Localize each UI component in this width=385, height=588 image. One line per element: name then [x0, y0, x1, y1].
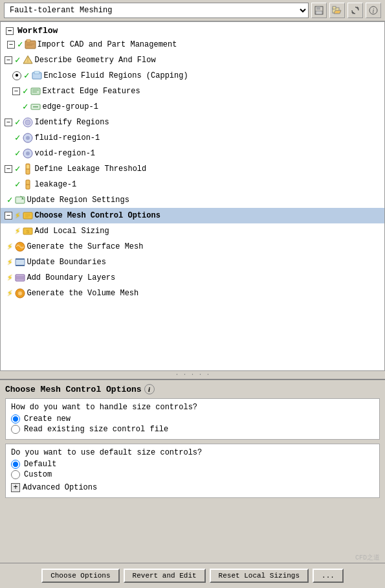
radio-default[interactable]: Default	[11, 460, 374, 469]
divider-dots: · · · · ·	[0, 371, 385, 379]
enclose-check: ✓	[24, 70, 29, 82]
tree-item-add-local[interactable]: ⚡ S Add Local Sizing	[1, 223, 384, 239]
generate-volume-lightning: ⚡	[7, 288, 12, 299]
tree-item-update-boundaries[interactable]: ⚡ Update Boundaries	[1, 254, 384, 270]
edge-group-label: edge-group-1	[42, 101, 98, 113]
more-button[interactable]: ...	[313, 569, 344, 583]
add-local-lightning: ⚡	[15, 225, 20, 237]
radio-custom[interactable]: Custom	[11, 470, 374, 479]
advanced-toggle[interactable]: + Advanced Options	[11, 482, 374, 493]
generate-surface-icon	[14, 240, 27, 253]
tree-item-describe-geo[interactable]: − ✓ Describe Geometry And Flow	[1, 52, 384, 68]
reset-sizings-button[interactable]: Reset Local Sizings	[210, 569, 309, 583]
import-cad-icon	[24, 38, 37, 51]
enclose-icon	[30, 69, 43, 82]
form-section-2: Do you want to use default size controls…	[5, 444, 380, 498]
generate-surface-label: Generate the Surface Mesh	[27, 241, 143, 253]
enclose-radio[interactable]: ●	[12, 71, 21, 80]
form-title: Choose Mesh Control Options i	[5, 384, 380, 394]
refresh-icon	[350, 5, 360, 16]
fluid-region-check: ✓	[15, 132, 20, 144]
leakage-1-label: leakage-1	[34, 179, 76, 190]
describe-geo-check: ✓	[15, 54, 20, 66]
svg-marker-7	[351, 12, 354, 14]
svg-rect-1	[316, 6, 320, 10]
tree-item-generate-volume[interactable]: ⚡ Generate the Volume Mesh	[1, 286, 384, 301]
svg-rect-30	[27, 165, 29, 169]
extract-edge-icon	[29, 85, 42, 98]
leakage-1-check: ✓	[15, 179, 20, 190]
identify-regions-check: ✓	[15, 117, 20, 128]
choose-mesh-lightning: ⚡	[15, 210, 20, 221]
radio-create-new-input[interactable]	[11, 414, 20, 424]
tree-item-import-cad[interactable]: − ✓ Import CAD and Part Management	[1, 37, 384, 52]
tree-item-void-region[interactable]: ✓ void-region-1	[1, 146, 384, 161]
add-local-icon: S	[21, 225, 34, 238]
tree-item-extract-edge[interactable]: − ✓ Extract Edge Features	[1, 84, 384, 99]
radio-create-new-label: Create new	[24, 414, 71, 424]
tree-item-identify-regions[interactable]: − ✓ Identify Regions	[1, 115, 384, 130]
top-bar: Fault-tolerant Meshing i	[0, 0, 385, 21]
define-leakage-collapse[interactable]: −	[5, 165, 12, 173]
edge-group-icon	[29, 100, 42, 113]
tree-item-define-leakage[interactable]: − ✓ Define Leakage Threshold	[1, 161, 384, 177]
tree-item-enclose[interactable]: ● ✓ Enclose Fluid Regions (Capping)	[1, 68, 384, 84]
form-panel: Choose Mesh Control Options i How do you…	[0, 379, 385, 506]
tree-item-add-boundary[interactable]: ⚡ Add Boundary Layers	[1, 270, 384, 286]
refresh-button[interactable]	[347, 3, 363, 18]
add-boundary-icon	[14, 271, 27, 284]
svg-marker-5	[334, 10, 341, 14]
svg-rect-17	[34, 71, 39, 74]
identify-regions-collapse[interactable]: −	[5, 119, 12, 126]
info-button[interactable]: i	[366, 3, 381, 18]
import-cad-check: ✓	[17, 39, 23, 51]
open-icon	[332, 5, 342, 16]
radio-read-existing[interactable]: Read existing size control file	[11, 425, 374, 434]
radio-custom-input[interactable]	[11, 470, 20, 479]
define-leakage-label: Define Leakage Threshold	[34, 163, 146, 175]
radio-read-existing-input[interactable]	[11, 425, 20, 434]
radio-custom-label: Custom	[24, 470, 52, 479]
describe-geo-icon	[21, 54, 34, 67]
svg-text:S: S	[27, 229, 30, 234]
describe-geo-collapse[interactable]: −	[5, 56, 12, 64]
choose-mesh-collapse[interactable]: −	[5, 212, 12, 220]
open-button[interactable]	[329, 3, 345, 18]
update-region-icon	[14, 194, 27, 207]
tree-item-generate-surface[interactable]: ⚡ Generate the Surface Mesh	[1, 239, 384, 254]
radio-create-new[interactable]: Create new	[11, 414, 374, 424]
fluid-region-icon	[21, 131, 34, 144]
import-cad-label: Import CAD and Part Management	[37, 39, 177, 51]
identify-regions-label: Identify Regions	[34, 117, 109, 128]
extract-edge-label: Extract Edge Features	[42, 85, 140, 97]
radio-default-input[interactable]	[11, 460, 20, 469]
identify-regions-icon	[21, 116, 34, 129]
workflow-header: − Workflow	[1, 25, 384, 37]
save-button[interactable]	[311, 3, 327, 18]
tree-item-leakage-1[interactable]: ✓ leakage-1	[1, 177, 384, 192]
form-question-1: How do you want to handle size controls?	[11, 403, 374, 412]
workflow-panel: − Workflow − ✓ Import CAD and Part Manag…	[0, 21, 385, 371]
form-section-1: How do you want to handle size controls?…	[5, 398, 380, 440]
update-region-label: Update Region Settings	[27, 194, 129, 206]
form-info-icon[interactable]: i	[144, 384, 155, 394]
svg-point-28	[26, 152, 30, 155]
tree-item-choose-mesh[interactable]: − ⚡ Choose Mesh Control Options	[1, 208, 384, 223]
tree-item-fluid-region[interactable]: ✓ fluid-region-1	[1, 130, 384, 146]
update-boundaries-lightning: ⚡	[7, 256, 12, 268]
tree-item-update-region[interactable]: ✓ Update Region Settings	[1, 192, 384, 208]
tree-item-edge-group[interactable]: ✓ edge-group-1	[1, 99, 384, 115]
define-leakage-icon	[21, 163, 34, 175]
extract-edge-collapse[interactable]: −	[12, 87, 20, 95]
workflow-dropdown[interactable]: Fault-tolerant Meshing	[4, 3, 309, 18]
import-cad-collapse[interactable]: −	[7, 41, 15, 49]
workflow-collapse-btn[interactable]: −	[6, 27, 14, 35]
svg-rect-4	[333, 6, 336, 9]
svg-rect-2	[316, 11, 322, 14]
plus-icon[interactable]: +	[11, 483, 20, 492]
form-title-text: Choose Mesh Control Options	[5, 385, 142, 394]
revert-edit-button[interactable]: Revert and Edit	[124, 569, 206, 583]
generate-surface-lightning: ⚡	[7, 241, 12, 253]
choose-options-button[interactable]: Choose Options	[41, 569, 119, 583]
enclose-label: Enclose Fluid Regions (Capping)	[43, 70, 188, 82]
